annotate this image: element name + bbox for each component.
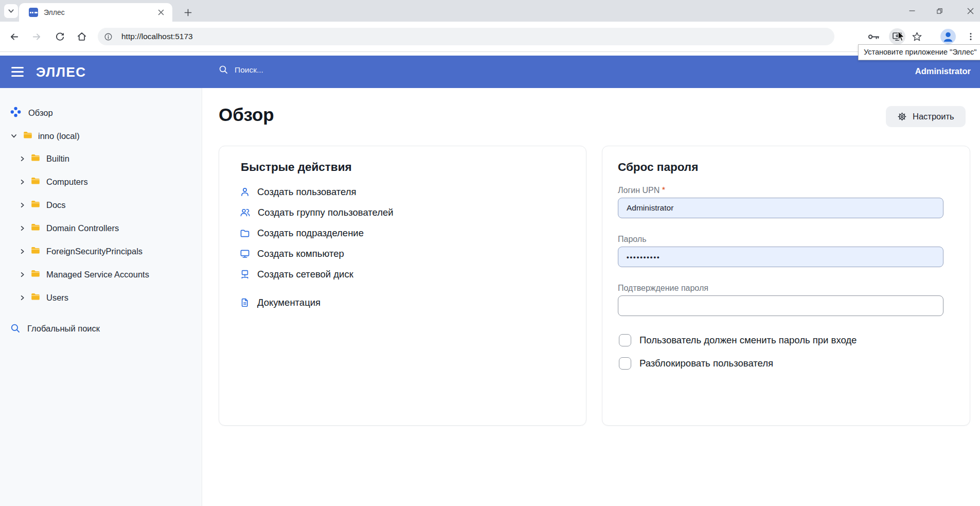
action-create-computer[interactable]: Создать компьютер <box>240 243 344 264</box>
unlock-user-checkbox-row[interactable]: Разблокировать пользователя <box>619 357 773 370</box>
checkbox-label: Разблокировать пользователя <box>639 358 773 369</box>
action-create-org-unit[interactable]: Создать подразделение <box>240 223 364 243</box>
must-change-password-checkbox-row[interactable]: Пользователь должен сменить пароль при в… <box>619 334 857 346</box>
sidebar-tree-item[interactable]: Computers <box>0 170 202 193</box>
card-title: Сброс пароля <box>618 161 698 174</box>
install-app-tooltip: Установите приложение "Эллес" <box>858 44 980 60</box>
sidebar-tree-label: inno (local) <box>38 131 80 141</box>
menu-hamburger-icon[interactable] <box>11 67 24 77</box>
sidebar-tree-label: Users <box>46 293 68 303</box>
back-arrow-icon <box>9 32 19 42</box>
window-restore-button[interactable] <box>927 0 952 22</box>
sidebar-tree-label: Computers <box>46 177 88 187</box>
chevron-right-icon[interactable] <box>19 202 26 208</box>
forward-button[interactable] <box>28 28 45 45</box>
folder-icon <box>30 268 41 281</box>
sidebar-tree-item[interactable]: Domain Controllers <box>0 217 202 239</box>
action-create-user[interactable]: Создать пользователя <box>240 182 357 202</box>
chevron-right-icon[interactable] <box>19 294 26 301</box>
password-input[interactable] <box>618 247 943 267</box>
monitor-icon <box>240 249 250 259</box>
confirm-password-input[interactable] <box>618 295 943 316</box>
sidebar-tree-item[interactable]: Users <box>0 286 202 309</box>
folder-icon <box>30 176 41 188</box>
sidebar-tree-item[interactable]: Managed Service Accounts <box>0 263 202 286</box>
tab-close-icon[interactable] <box>156 8 166 17</box>
folder-icon <box>240 228 250 238</box>
sidebar-tree-item[interactable]: ForeignSecurityPrincipals <box>0 240 202 263</box>
bookmark-star-icon[interactable] <box>908 28 925 45</box>
chevron-right-icon[interactable] <box>19 248 26 255</box>
folder-icon <box>30 291 41 304</box>
quick-actions-card: Быстрые действия Создать пользователя Со… <box>219 146 586 426</box>
person-icon <box>940 29 956 44</box>
document-icon <box>240 298 250 308</box>
action-label: Создать сетевой диск <box>257 269 353 280</box>
user-group-icon <box>240 207 251 218</box>
new-tab-button[interactable] <box>181 6 194 19</box>
checkbox-label: Пользователь должен сменить пароль при в… <box>639 335 857 346</box>
app-logo: ЭЛЛЕС <box>36 64 86 80</box>
reload-button[interactable] <box>51 28 68 45</box>
action-label: Документация <box>257 297 320 308</box>
restore-icon <box>936 8 943 14</box>
sidebar-tree-item-domain[interactable]: inno (local) <box>0 125 202 147</box>
app-header: ЭЛЛЕС Administrator <box>0 56 980 88</box>
close-icon <box>967 8 974 14</box>
password-manager-icon[interactable] <box>866 28 882 45</box>
minimize-icon <box>909 8 915 14</box>
window-minimize-button[interactable] <box>900 0 924 22</box>
sidebar-tree-label: Managed Service Accounts <box>46 270 149 280</box>
action-label: Создать группу пользователей <box>258 207 394 218</box>
sidebar: Обзор inno (local) Builtin Computers Doc… <box>0 88 202 506</box>
tab-title: Эллес <box>44 8 156 16</box>
url-text[interactable]: http://localhost:5173 <box>121 32 193 41</box>
folder-icon <box>23 130 33 142</box>
sidebar-tree-item[interactable]: Docs <box>0 194 202 216</box>
action-documentation[interactable]: Документация <box>240 292 320 313</box>
sidebar-item-global-search[interactable]: Глобальный поиск <box>0 317 202 340</box>
home-button[interactable] <box>74 28 90 45</box>
search-input[interactable] <box>235 65 399 75</box>
sidebar-tree-label: ForeignSecurityPrincipals <box>46 247 142 256</box>
checkbox[interactable] <box>619 334 631 346</box>
browser-menu-icon[interactable] <box>963 28 979 45</box>
sidebar-tree-label: Builtin <box>46 154 69 164</box>
install-app-icon[interactable] <box>889 28 905 45</box>
tab-list-button[interactable] <box>4 4 18 18</box>
chevron-down-icon[interactable] <box>10 132 17 139</box>
window-close-button[interactable] <box>958 0 980 22</box>
confirm-password-label: Подтверждение пароля <box>618 284 708 293</box>
home-icon <box>77 31 87 42</box>
browser-tab-strip: Эллес <box>0 0 980 22</box>
action-create-network-drive[interactable]: Создать сетевой диск <box>240 264 353 285</box>
chevron-right-icon[interactable] <box>19 271 26 278</box>
dashboard-dots-icon <box>10 107 21 119</box>
plus-icon <box>184 9 192 16</box>
user-icon <box>240 187 250 197</box>
folder-icon <box>30 152 41 165</box>
sidebar-tree-item[interactable]: Builtin <box>0 147 202 170</box>
current-user-label[interactable]: Administrator <box>915 66 971 76</box>
header-search[interactable] <box>219 65 399 75</box>
back-button[interactable] <box>6 28 22 45</box>
configure-button[interactable]: Настроить <box>886 106 966 127</box>
screen: Эллес <box>0 0 980 506</box>
page-info-icon[interactable] <box>104 32 113 41</box>
action-create-user-group[interactable]: Создать группу пользователей <box>240 202 394 223</box>
network-drive-icon <box>240 269 250 280</box>
chevron-right-icon[interactable] <box>19 225 26 232</box>
browser-toolbar: http://localhost:5173 <box>0 22 980 52</box>
sidebar-tree-label: Docs <box>46 200 66 210</box>
action-label: Создать пользователя <box>257 186 357 198</box>
profile-avatar[interactable] <box>940 29 956 44</box>
address-bar[interactable]: http://localhost:5173 <box>98 28 834 45</box>
login-input[interactable] <box>618 198 943 218</box>
sidebar-item-label: Обзор <box>28 108 53 118</box>
sidebar-item-overview[interactable]: Обзор <box>0 101 202 124</box>
checkbox[interactable] <box>619 357 631 370</box>
reset-password-card: Сброс пароля Логин UPN * Пароль Подтверж… <box>602 146 970 426</box>
chevron-right-icon[interactable] <box>19 179 26 185</box>
browser-tab[interactable]: Эллес <box>19 3 172 22</box>
chevron-right-icon[interactable] <box>19 155 26 162</box>
